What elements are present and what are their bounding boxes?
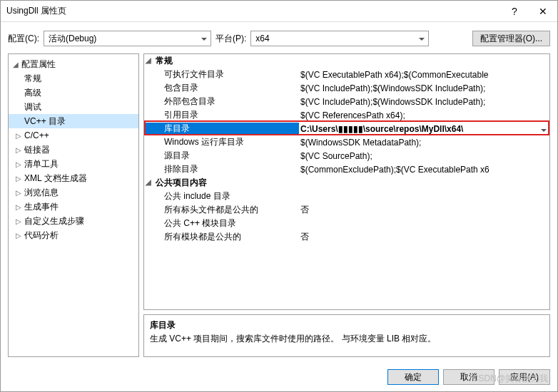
tree-item[interactable]: ▷清单工具 <box>9 157 138 171</box>
grid-row[interactable]: 可执行文件目录$(VC ExecutablePath x64);$(Common… <box>144 68 549 81</box>
config-row: 配置(C): 活动(Debug) 平台(P): x64 配置管理器(O)... <box>1 22 557 53</box>
tree-root[interactable]: ◢配置属性 <box>9 57 138 71</box>
tree-item[interactable]: ▷生成事件 <box>9 200 138 214</box>
grid-row[interactable]: 排除目录$(CommonExcludePath);$(VC Executable… <box>144 163 549 176</box>
config-combo[interactable]: 活动(Debug) <box>44 31 211 46</box>
grid-row[interactable]: 源目录$(VC SourcePath); <box>144 149 549 163</box>
nav-tree[interactable]: ◢配置属性 常规高级调试VC++ 目录▷C/C++▷链接器▷清单工具▷XML 文… <box>8 53 139 357</box>
tree-item[interactable]: 调试 <box>9 100 138 114</box>
property-grid[interactable]: ◢常规可执行文件目录$(VC ExecutablePath x64);$(Com… <box>143 53 550 310</box>
title-bar: UsingDll 属性页 ? ✕ <box>1 1 557 22</box>
description-panel: 库目录 生成 VC++ 项目期间，搜索库文件时使用的路径。 与环境变量 LIB … <box>143 314 550 357</box>
tree-item[interactable]: ▷C/C++ <box>9 128 138 143</box>
dialog-buttons: 确定 取消 应用(A) <box>1 363 557 391</box>
grid-group[interactable]: ◢常规 <box>144 54 549 68</box>
grid-row[interactable]: 包含目录$(VC IncludePath);$(WindowsSDK Inclu… <box>144 81 549 95</box>
grid-row[interactable]: 外部包含目录$(VC IncludePath);$(WindowsSDK Inc… <box>144 95 549 108</box>
tree-item[interactable]: ▷链接器 <box>9 143 138 157</box>
grid-row[interactable]: Windows 运行库目录$(WindowsSDK MetadataPath); <box>144 135 549 149</box>
tree-item[interactable]: ▷自定义生成步骤 <box>9 214 138 228</box>
close-button[interactable]: ✕ <box>529 1 557 21</box>
help-button[interactable]: ? <box>500 1 529 21</box>
tree-item[interactable]: 常规 <box>9 71 138 86</box>
grid-group[interactable]: ◢公共项目内容 <box>144 176 549 190</box>
ok-button[interactable]: 确定 <box>387 369 439 385</box>
apply-button[interactable]: 应用(A) <box>499 369 550 385</box>
window-title: UsingDll 属性页 <box>6 5 500 17</box>
grid-row[interactable]: 公共 include 目录 <box>144 190 549 203</box>
tree-item[interactable]: ▷浏览信息 <box>9 185 138 200</box>
grid-row[interactable]: 公共 C++ 模块目录 <box>144 217 549 230</box>
grid-row[interactable]: 所有模块都是公共的否 <box>144 230 549 244</box>
tree-item[interactable]: ▷XML 文档生成器 <box>9 171 138 185</box>
platform-label: 平台(P): <box>215 33 246 45</box>
tree-item[interactable]: VC++ 目录 <box>9 114 138 128</box>
desc-name: 库目录 <box>150 319 544 331</box>
highlight-box <box>144 120 549 135</box>
cancel-button[interactable]: 取消 <box>443 369 494 385</box>
desc-text: 生成 VC++ 项目期间，搜索库文件时使用的路径。 与环境变量 LIB 相对应。 <box>150 333 544 345</box>
config-label: 配置(C): <box>8 33 39 45</box>
platform-combo[interactable]: x64 <box>250 31 429 46</box>
tree-item[interactable]: ▷代码分析 <box>9 228 138 242</box>
tree-item[interactable]: 高级 <box>9 86 138 100</box>
config-manager-button[interactable]: 配置管理器(O)... <box>472 31 550 46</box>
grid-row[interactable]: 所有标头文件都是公共的否 <box>144 203 549 217</box>
